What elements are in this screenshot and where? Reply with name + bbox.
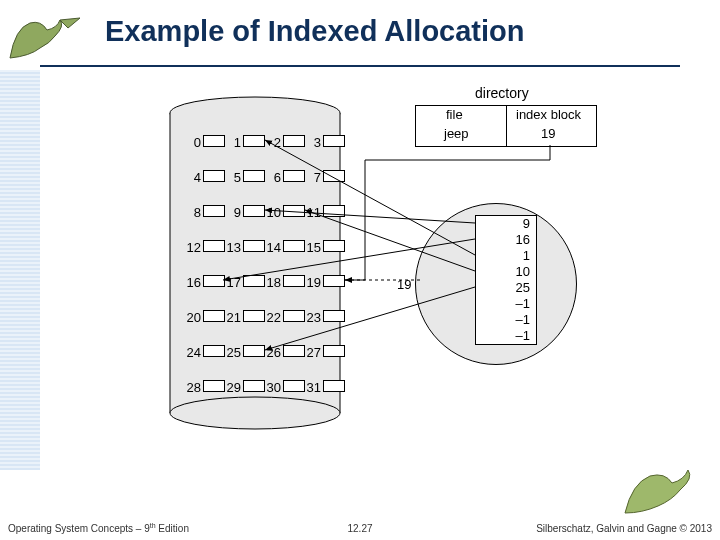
diagram: 0 1 2 3 4 5 6 7 8 9 10 11 12 13 14 15 16… — [165, 85, 625, 465]
arrows — [165, 85, 625, 445]
left-band — [0, 70, 40, 470]
slide: Example of Indexed Allocation 0 1 2 3 4 … — [0, 0, 720, 540]
title-underline — [40, 65, 680, 67]
footer-copyright: Silberschatz, Galvin and Gagne © 2013 — [536, 523, 712, 534]
dinosaur-logo-bottom — [620, 458, 710, 518]
dinosaur-logo-top — [5, 8, 85, 63]
slide-title: Example of Indexed Allocation — [105, 15, 525, 48]
